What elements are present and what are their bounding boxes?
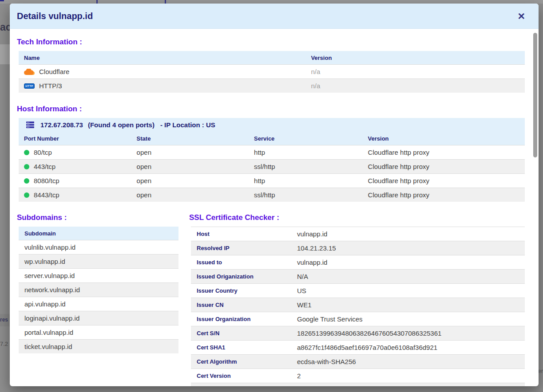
port-service: ssl/http [254, 163, 368, 170]
tech-version: n/a [305, 68, 525, 75]
host-ip: 172.67.208.73 [40, 121, 83, 129]
table-row: network.vulnapp.id [19, 282, 178, 297]
open-port-dot [24, 150, 29, 155]
port-number: 443/tcp [34, 163, 55, 170]
table-row: api.vulnapp.id [19, 297, 178, 311]
subdomain: loginapi.vulnapp.id [19, 314, 178, 322]
host-table-header: Port Number State Service Version [19, 132, 525, 145]
port-version: Cloudflare http proxy [368, 177, 525, 184]
background-active-tab-underline [0, 0, 4, 1]
modal-body: Tech Information : Name Version Cloudfla… [10, 29, 539, 386]
ssl-value: Google Trust Services [297, 315, 525, 323]
port-number: 80/tcp [34, 149, 52, 156]
tech-table-header: Name Version [19, 51, 525, 64]
subdomain: network.vulnapp.id [19, 286, 178, 294]
port-service: ssl/http [254, 191, 368, 199]
http3-icon: HTTP [24, 83, 35, 89]
host-ip-location: - IP Location : US [160, 121, 215, 129]
table-row: Cert Algorithm ecdsa-with-SHA256 [191, 354, 525, 368]
open-port-dot [24, 164, 29, 169]
ssl-label: Cert Version [191, 372, 297, 379]
table-row: Resolved IP 104.21.23.15 [191, 241, 525, 255]
port-state: open [137, 177, 254, 184]
port-state: open [137, 191, 254, 199]
port-state: open [137, 163, 254, 170]
table-row: vulnlib.vulnapp.id [19, 240, 178, 254]
port-version: Cloudflare http proxy [368, 163, 525, 170]
ssl-label: Cert SHA1 [191, 344, 297, 351]
cloudflare-icon [24, 69, 35, 75]
background-text-fragment: 7.2 [0, 341, 8, 347]
subdomain: api.vulnapp.id [19, 300, 178, 308]
port-service: http [254, 177, 368, 184]
subdomain: vulnlib.vulnapp.id [19, 243, 178, 251]
subdomains-section: Subdomains : Subdomain vulnlib.vulnapp.i… [19, 213, 178, 353]
table-row: Issuer Country US [191, 283, 525, 298]
ssl-value: a8627fc1f486d5aef16697a70a0e6108af36d921 [297, 344, 525, 351]
ssl-value: 2 [297, 372, 525, 380]
ssl-checker-heading: SSL Certificate Checker : [189, 213, 525, 222]
ssl-table: Host vulnapp.id Resolved IP 104.21.23.15… [191, 227, 525, 386]
background-page-top-strip [0, 0, 543, 4]
host-col-service: Service [254, 135, 368, 142]
port-state: open [137, 149, 254, 156]
port-number: 8443/tcp [34, 191, 59, 199]
table-row: Issued to vulnapp.id [191, 255, 525, 269]
background-text-fragment: res [0, 317, 8, 323]
open-port-dot [24, 178, 29, 184]
ssl-label: Resolved IP [191, 245, 297, 251]
ssl-label: Issuer Organization [191, 316, 297, 322]
details-modal: Details vulnapp.id ✕ Tech Information : … [10, 4, 539, 386]
ssl-section: SSL Certificate Checker : Host vulnapp.i… [191, 213, 525, 386]
subdomains-table-header: Subdomain [19, 227, 178, 240]
close-icon[interactable]: ✕ [517, 12, 525, 21]
background-tab-divider [165, 0, 166, 4]
server-icon [25, 122, 36, 128]
table-row: 443/tcp open ssl/http Cloudflare http pr… [19, 159, 525, 173]
ssl-value: ecdsa-with-SHA256 [297, 358, 525, 365]
background-text-fragment: er [538, 368, 543, 374]
table-row: Cert Version 2 [191, 368, 525, 383]
subdomain: server.vulnapp.id [19, 272, 178, 279]
table-row: loginapi.vulnapp.id [19, 311, 178, 325]
table-row: Issuer Organization Google Trust Service… [191, 312, 525, 326]
ssl-value: N/A [297, 273, 525, 280]
ssl-value: vulnapp.id [297, 259, 525, 266]
modal-scrollbar[interactable] [533, 30, 537, 385]
subdomain: ticket.vulnapp.id [19, 343, 178, 350]
table-row [191, 383, 525, 386]
modal-title: Details vulnapp.id [17, 11, 93, 21]
scrollbar-thumb[interactable] [533, 33, 537, 157]
tech-version: n/a [305, 82, 525, 90]
host-open-ports-note: (Found 4 open ports) [88, 121, 155, 129]
ssl-value: vulnapp.id [297, 230, 525, 238]
tech-col-version: Version [305, 55, 525, 61]
port-number: 8080/tcp [34, 177, 59, 184]
subdomains-table: Subdomain vulnlib.vulnapp.id wp.vulnapp.… [19, 227, 178, 353]
host-col-port: Port Number [19, 135, 137, 142]
background-page-chip [0, 44, 10, 64]
table-row: Issuer CN WE1 [191, 298, 525, 312]
ssl-value: 104.21.23.15 [297, 244, 525, 252]
ssl-label: Cert S/N [191, 330, 297, 337]
tech-name: Cloudflare [39, 68, 69, 75]
host-ip-line: 172.67.208.73 (Found 4 open ports) - IP … [19, 118, 525, 132]
ssl-label: Issuer CN [191, 302, 297, 308]
table-row: ticket.vulnapp.id [19, 339, 178, 353]
subdomains-heading: Subdomains : [17, 213, 178, 222]
table-row: server.vulnapp.id [19, 268, 178, 282]
ssl-value: 182651399639480638264676054307086325361 [297, 329, 525, 337]
table-row: 80/tcp open http Cloudflare http proxy [19, 145, 525, 159]
ssl-value: WE1 [297, 301, 525, 309]
subdomain-col: Subdomain [19, 230, 178, 237]
port-service: http [254, 149, 368, 156]
table-row: portal.vulnapp.id [19, 325, 178, 339]
table-row: HTTP HTTP/3 n/a [19, 78, 525, 93]
tech-col-name: Name [19, 55, 305, 61]
host-table: 172.67.208.73 (Found 4 open ports) - IP … [19, 118, 525, 202]
ssl-label: Issued to [191, 259, 297, 266]
table-row: 8080/tcp open http Cloudflare http proxy [19, 173, 525, 188]
port-version: Cloudflare http proxy [368, 149, 525, 156]
subdomain: portal.vulnapp.id [19, 329, 178, 336]
tech-name: HTTP/3 [39, 82, 62, 90]
